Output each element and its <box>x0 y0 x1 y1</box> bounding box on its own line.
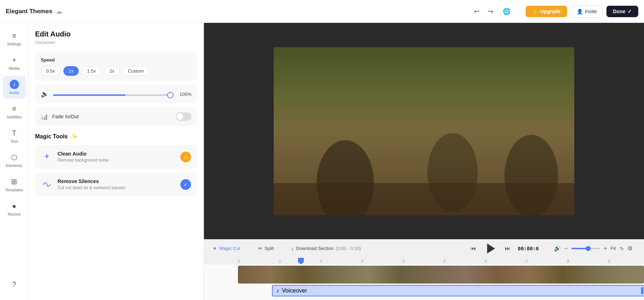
fade-section: 📊 Fade In/Out <box>35 107 197 126</box>
volume-slider-wrap <box>53 91 174 97</box>
sidebar-label-record: Record <box>8 212 20 216</box>
clean-audio-icon <box>41 151 53 163</box>
plus-icon: + <box>10 55 19 65</box>
remove-silences-icon <box>41 179 53 190</box>
svg-rect-4 <box>274 183 574 215</box>
magic-cut-button[interactable]: ✦ Magic Cut <box>208 243 245 254</box>
track-resize-handle[interactable] <box>641 287 643 294</box>
project-name: Elegant Themes <box>6 8 52 15</box>
invite-button[interactable]: 👤 Invite <box>571 5 603 18</box>
zoom-out-button[interactable]: − <box>565 245 568 252</box>
download-section-label: Download Section <box>296 246 333 251</box>
preview-video <box>274 47 574 215</box>
edit-panel-subtitle: Voiceover <box>35 40 197 45</box>
speed-option-2x[interactable]: 2x <box>104 66 120 76</box>
text-icon: T <box>10 128 19 138</box>
done-button[interactable]: Done ✓ <box>606 6 638 17</box>
ruler-mark-7: 7 <box>526 259 567 263</box>
camping-scene-still <box>274 47 574 215</box>
volume-section: 🔉 100% <box>35 85 197 103</box>
zoom-in-button[interactable]: + <box>604 245 607 252</box>
sidebar-item-help[interactable]: ? <box>3 273 26 296</box>
timeline-ruler: 0 1 2 3 4 5 6 7 8 9 10 11 12 <box>204 258 644 264</box>
speed-option-custom[interactable]: Custom <box>123 66 150 76</box>
ruler-mark-0: 0 <box>238 259 279 263</box>
playback-controls: ⏮ ⏭ 00:00:6 🔊 − + Fit ∿ ⚙ <box>368 239 640 257</box>
sidebar-label-audio: Audio <box>9 90 19 95</box>
subtitles-icon: ≡ <box>10 104 19 113</box>
toolbar-sep-1 <box>249 244 249 253</box>
sidebar-label-text: Text <box>10 139 18 143</box>
speed-option-05x[interactable]: 0.5x <box>41 66 60 76</box>
speed-section: Speed 0.5x 1x 1.5x 2x Custom <box>35 52 197 81</box>
sidebar-item-media[interactable]: + Media <box>3 51 26 74</box>
fit-button[interactable]: Fit <box>611 246 616 251</box>
sidebar-label-elements: Elements <box>6 163 23 168</box>
video-track <box>238 266 644 284</box>
volume-value: 100% <box>178 92 191 97</box>
sidebar-item-audio[interactable]: ♪ Audio <box>3 76 26 99</box>
topbar-center: ↩ ↪ 🌐 <box>471 5 521 18</box>
ruler-mark-6: 6 <box>485 259 526 263</box>
edit-panel-title: Edit Audio <box>35 30 197 38</box>
volume-slider[interactable] <box>53 94 174 96</box>
templates-icon: ⊞ <box>10 177 19 186</box>
playhead-handle[interactable] <box>298 258 304 264</box>
timeline-tracks: ♪ Voiceover <box>204 266 644 300</box>
done-check-icon: ✓ <box>628 9 632 14</box>
time-display: 00:00:6 <box>518 246 539 251</box>
bottom-section: ✦ Magic Cut ✂ Split ↓ Download Section (… <box>204 239 644 300</box>
sidebar-item-settings[interactable]: ≡ Settings <box>3 27 26 50</box>
download-section-button[interactable]: ↓ Download Section (0:00 - 0:10) <box>287 243 365 254</box>
playhead[interactable] <box>301 258 301 264</box>
play-button[interactable] <box>483 241 498 256</box>
magic-tools-title: Magic Tools <box>35 133 68 140</box>
sidebar-label-subtitles: Subtitles <box>6 115 21 119</box>
audio-note-icon: ♪ <box>276 287 279 294</box>
audio-track-label: Voiceover <box>282 287 307 294</box>
remove-silences-desc: Cut out dead air & awkward pauses <box>58 185 175 190</box>
waveform-button[interactable]: ∿ <box>619 245 624 252</box>
remove-silences-card[interactable]: Remove Silences Cut out dead air & awkwa… <box>35 172 197 196</box>
download-icon: ↓ <box>291 245 294 251</box>
ruler-mark-9: 9 <box>608 259 644 263</box>
clean-audio-title: Clean Audio <box>58 151 175 157</box>
play-icon <box>487 244 495 254</box>
fade-toggle[interactable] <box>176 112 191 121</box>
split-button[interactable]: ✂ Split <box>254 243 278 254</box>
audio-icon: ♪ <box>10 80 19 89</box>
clean-audio-card[interactable]: Clean Audio Remove background noise ⚡ <box>35 145 197 169</box>
done-label: Done <box>613 9 625 14</box>
preview-area <box>204 23 644 239</box>
zoom-slider[interactable] <box>571 248 600 249</box>
sidebar-item-text[interactable]: T Text <box>3 124 26 147</box>
sidebar-item-subtitles[interactable]: ≡ Subtitles <box>3 100 26 123</box>
playback-center: ⏮ ⏭ 00:00:6 <box>469 241 539 256</box>
elements-icon: ⬡ <box>10 153 19 162</box>
playback-settings-button[interactable]: ⚙ <box>628 245 633 252</box>
magic-cut-label: Magic Cut <box>219 246 240 251</box>
remove-silences-text: Remove Silences Cut out dead air & awkwa… <box>58 178 175 190</box>
sidebar-item-record[interactable]: ● Record <box>3 197 26 220</box>
sidebar-item-elements[interactable]: ⬡ Elements <box>3 149 26 172</box>
speed-option-15x[interactable]: 1.5x <box>82 66 101 76</box>
audio-track[interactable]: ♪ Voiceover <box>272 285 644 296</box>
skip-forward-button[interactable]: ⏭ <box>503 244 512 253</box>
main-area: ≡ Settings + Media ♪ Audio ≡ Subtitles T… <box>0 23 644 300</box>
upgrade-icon: ⚡ <box>532 9 538 14</box>
redo-button[interactable]: ↪ <box>485 5 496 18</box>
skip-back-button[interactable]: ⏮ <box>469 244 478 253</box>
edit-panel: Edit Audio Voiceover Speed 0.5x 1x 1.5x … <box>29 23 204 300</box>
upgrade-label: Upgrade <box>540 9 561 14</box>
sidebar-item-templates[interactable]: ⊞ Templates <box>3 173 26 196</box>
topbar-right: ⚡ Upgrade 👤 Invite Done ✓ <box>526 5 638 18</box>
hamburger-icon: ≡ <box>10 31 19 40</box>
speed-option-1x[interactable]: 1x <box>63 66 79 76</box>
globe-button[interactable]: 🌐 <box>499 5 514 18</box>
ruler-mark-5: 5 <box>444 259 485 263</box>
clean-audio-badge: ⚡ <box>180 152 191 162</box>
upgrade-button[interactable]: ⚡ Upgrade <box>526 6 567 17</box>
bottom-toolbar: ✦ Magic Cut ✂ Split ↓ Download Section (… <box>204 239 644 258</box>
undo-button[interactable]: ↩ <box>471 5 482 18</box>
speed-label: Speed <box>41 57 191 63</box>
